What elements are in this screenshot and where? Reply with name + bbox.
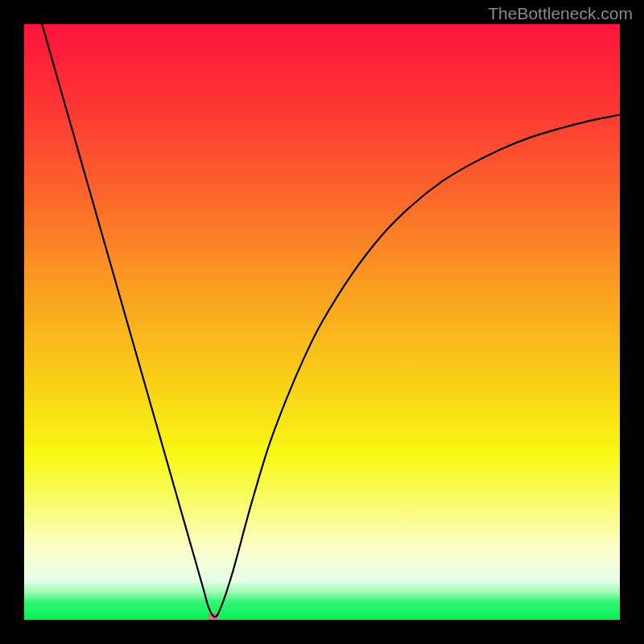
bottleneck-curve-path xyxy=(42,24,620,617)
watermark-text: TheBottleneck.com xyxy=(488,5,633,22)
plot-area xyxy=(24,24,620,620)
chart-frame: TheBottleneck.com xyxy=(0,0,644,644)
curve-layer xyxy=(24,24,620,620)
